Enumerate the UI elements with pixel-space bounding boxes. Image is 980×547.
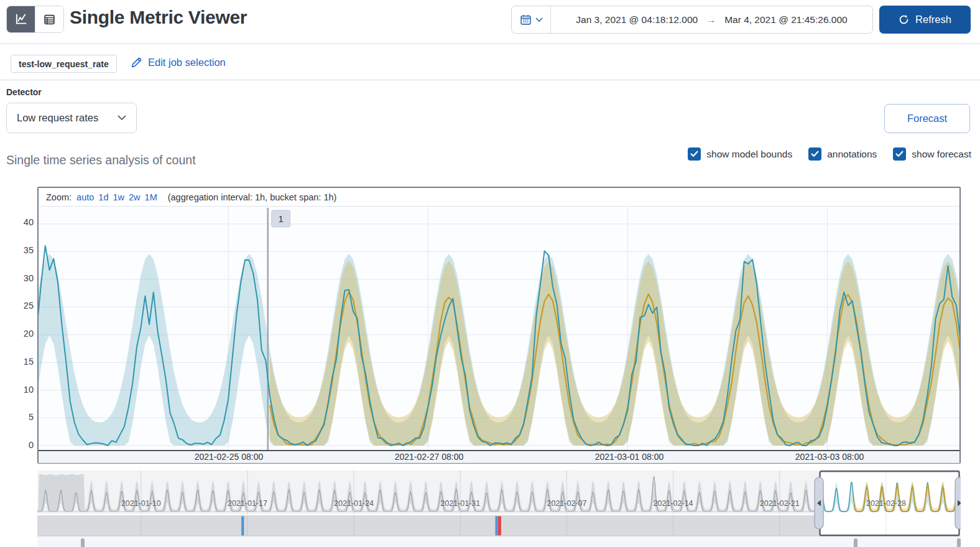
detector-selected-value: Low request rates	[17, 112, 98, 124]
checkbox-icon	[893, 147, 906, 161]
chart-option-toggles: show model boundsannotationsshow forecas…	[688, 147, 971, 161]
zoom-option-1M[interactable]: 1M	[145, 192, 157, 202]
zoom-option-2w[interactable]: 2w	[129, 192, 141, 202]
y-tick-label: 10	[9, 385, 34, 395]
data-table-icon	[43, 13, 56, 26]
forecast-button[interactable]: Forecast	[884, 104, 970, 133]
zoom-option-1d[interactable]: 1d	[98, 192, 108, 202]
zoom-option-1w[interactable]: 1w	[113, 192, 124, 202]
focus-x-axis: 2021-02-25 08:002021-02-27 08:002021-03-…	[39, 450, 959, 463]
swimlane-anomaly-cell-critical[interactable]	[498, 517, 501, 536]
toggle-annotations[interactable]: annotations	[808, 147, 877, 161]
edit-job-selection-label: Edit job selection	[148, 57, 226, 68]
y-tick-label: 15	[9, 357, 34, 367]
checkbox-icon	[808, 147, 821, 161]
calendar-icon	[520, 14, 532, 26]
series-heading: Single time series analysis of count	[6, 153, 196, 167]
y-tick-label: 25	[9, 301, 34, 311]
annotation-badge[interactable]: 1	[272, 210, 290, 227]
time-range-arrow: →	[706, 14, 716, 25]
annotation-marker[interactable]	[81, 538, 85, 547]
refresh-label: Refresh	[915, 14, 951, 26]
toggle-label: show forecast	[912, 149, 971, 160]
annotation-marker[interactable]	[957, 538, 961, 547]
y-tick-label: 35	[9, 245, 34, 255]
context-tick-label: 2021-02-21	[760, 499, 800, 508]
y-tick-label: 30	[9, 273, 34, 283]
context-chart-container[interactable]: 2021-01-102021-01-172021-01-242021-01-31…	[37, 470, 961, 536]
time-range-start[interactable]: Jan 3, 2021 @ 04:18:12.000	[576, 14, 698, 26]
context-chart-svg[interactable]: 2021-01-102021-01-172021-01-242021-01-31…	[37, 470, 961, 536]
refresh-button[interactable]: Refresh	[879, 6, 971, 34]
aggregation-info: (aggregation interval: 1h, bucket span: …	[168, 192, 337, 202]
x-tick-label: 2021-02-27 08:00	[395, 452, 464, 462]
detector-label: Detector	[6, 87, 42, 97]
x-tick-label: 2021-03-01 08:00	[595, 452, 664, 462]
y-tick-label: 20	[9, 329, 34, 339]
annotation-marker[interactable]	[854, 538, 858, 547]
y-tick-label: 5	[9, 412, 34, 422]
svg-text:1: 1	[279, 213, 284, 224]
line-chart-icon	[14, 12, 28, 26]
time-range-display: Jan 3, 2021 @ 04:18:12.000 → Mar 4, 2021…	[551, 6, 872, 33]
view-toggle-group	[6, 6, 64, 33]
chart-view-button[interactable]	[7, 6, 35, 32]
context-tick-label: 2021-02-14	[654, 499, 693, 508]
focus-chart-svg: 1	[39, 207, 959, 450]
swimlane-anomaly-cell-minor[interactable]	[241, 517, 244, 536]
edit-job-selection-link[interactable]: Edit job selection	[131, 57, 226, 68]
context-tick-label: 2021-02-28	[866, 499, 906, 508]
annotations-strip[interactable]	[37, 536, 961, 547]
time-range-end[interactable]: Mar 4, 2021 @ 21:45:26.000	[724, 14, 848, 26]
checkbox-icon	[688, 147, 701, 161]
header-divider	[0, 44, 980, 44]
focus-plot-area: 1	[39, 207, 959, 450]
brush-left-handle[interactable]	[815, 477, 823, 529]
y-tick-label: 0	[9, 440, 34, 450]
pencil-icon	[131, 57, 142, 68]
job-bar-divider	[0, 80, 980, 80]
date-picker-quick-menu[interactable]	[512, 6, 551, 33]
table-view-button[interactable]	[35, 6, 63, 32]
x-tick-label: 2021-02-25 08:00	[195, 452, 264, 462]
context-tick-label: 2021-02-07	[547, 499, 586, 508]
job-badge: test-low_request_rate	[11, 55, 117, 73]
brush-right-handle[interactable]	[955, 477, 961, 529]
refresh-icon	[899, 14, 909, 25]
single-metric-viewer-app: Single Metric Viewer Jan 3, 2021 @ 04:18…	[0, 0, 980, 547]
context-tick-label: 2021-01-31	[440, 499, 480, 508]
zoom-option-auto[interactable]: auto	[76, 192, 94, 202]
x-tick-label: 2021-03-03 08:00	[795, 452, 864, 462]
select-chevron-down-icon	[118, 115, 126, 121]
y-tick-label: 40	[9, 217, 34, 227]
swimlane-anomaly-cell-minor[interactable]	[496, 517, 498, 536]
focus-chart-container: Zoom: auto1d1w2w1M (aggregation interval…	[37, 187, 961, 464]
context-tick-label: 2021-01-10	[121, 499, 161, 508]
detector-select[interactable]: Low request rates	[6, 103, 137, 133]
toggle-show-model-bounds[interactable]: show model bounds	[688, 147, 792, 161]
time-range-picker: Jan 3, 2021 @ 04:18:12.000 → Mar 4, 2021…	[511, 6, 873, 34]
zoom-bar: Zoom: auto1d1w2w1M (aggregation interval…	[39, 188, 959, 207]
toggle-show-forecast[interactable]: show forecast	[893, 147, 971, 161]
toggle-label: annotations	[827, 149, 877, 160]
context-tick-label: 2021-01-17	[228, 499, 267, 508]
zoom-label: Zoom:	[46, 192, 72, 202]
toggle-label: show model bounds	[706, 149, 792, 160]
chevron-down-icon	[535, 17, 543, 22]
page-title: Single Metric Viewer	[70, 7, 247, 28]
zoom-links: auto1d1w2w1M	[76, 192, 162, 202]
context-tick-label: 2021-01-24	[334, 499, 374, 508]
